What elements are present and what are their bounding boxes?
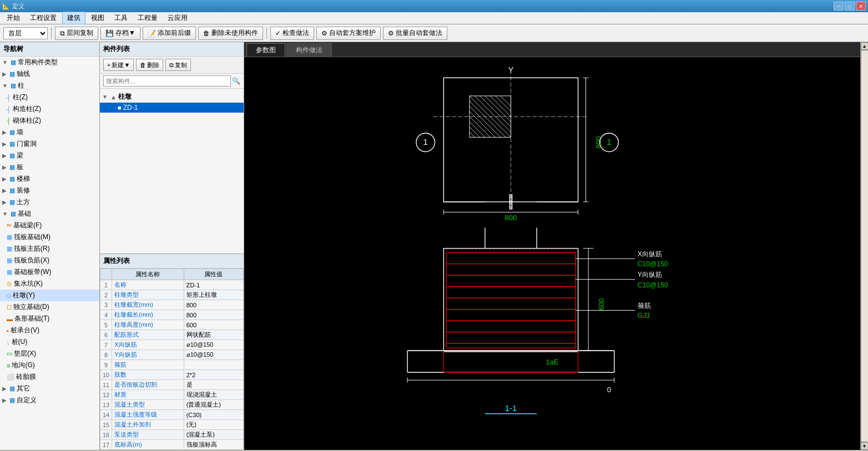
nav-item-column[interactable]: ▼ ▦ 柱 xyxy=(0,80,99,92)
attr-row-value[interactable]: 800 xyxy=(184,300,243,310)
nav-item-beam[interactable]: ▶ ▦ 梁 xyxy=(0,150,99,161)
nav-item-strip-base[interactable]: ▬ 条形基础(T) xyxy=(0,313,99,325)
menu-cloud[interactable]: 云应用 xyxy=(163,12,192,24)
tab-component-method[interactable]: 构件做法 xyxy=(286,43,332,57)
attr-row-value[interactable]: 600 xyxy=(184,320,243,330)
nav-item-decoration[interactable]: ▶ ▦ 装修 xyxy=(0,185,99,196)
nav-item-cushion[interactable]: ▭ 垫层(X) xyxy=(0,348,99,359)
attr-row-value[interactable]: 网状配筋 xyxy=(184,330,243,340)
attr-row-name[interactable]: 泵送类型 xyxy=(112,430,184,440)
nav-item-common[interactable]: ▼ ▦ 常用构件类型 xyxy=(0,57,99,68)
attr-row-value[interactable]: 现浇混凝土 xyxy=(184,390,243,400)
menu-project-settings[interactable]: 工程设置 xyxy=(26,12,61,24)
nav-item-column-z[interactable]: ┤ 柱(Z) xyxy=(0,92,99,103)
attr-row-name[interactable]: 柱墩高度(mm) xyxy=(112,320,184,330)
close-button[interactable]: ✕ xyxy=(856,2,866,11)
floor-select[interactable]: 首层 第2层 第3层 xyxy=(3,27,48,39)
nav-item-column-sd[interactable]: ┤ 砌体柱(Z) xyxy=(0,115,99,126)
attr-row-name[interactable]: 材质 xyxy=(112,390,184,400)
expand-other-icon: ▶ xyxy=(2,386,7,392)
menu-tools[interactable]: 工具 xyxy=(110,12,132,24)
attr-row-value[interactable]: (普通混凝土) xyxy=(184,400,243,410)
delete-component-button[interactable]: 🗑 删除 xyxy=(136,59,163,71)
nav-item-sump[interactable]: ◎ 集水坑(K) xyxy=(0,278,99,290)
menu-start[interactable]: 开始 xyxy=(2,12,24,24)
attr-row-value[interactable]: ⌀10@150 xyxy=(184,340,243,350)
new-component-button[interactable]: + 新建▼ xyxy=(103,59,134,71)
nav-item-slab[interactable]: ▶ ▦ 板 xyxy=(0,161,99,173)
comp-item-ZD1[interactable]: ■ ZD-1 xyxy=(100,103,244,113)
batch-auto-button[interactable]: ⚙ 批量自动套做法 xyxy=(383,27,447,40)
attr-row-value[interactable]: ⌀10@150 xyxy=(184,350,243,360)
nav-item-base-strip[interactable]: ▦ 基础板带(W) xyxy=(0,266,99,278)
auto-scheme-button[interactable]: ⚙ 自动套方案维护 xyxy=(316,27,381,40)
nav-item-stairs[interactable]: ▶ ▦ 楼梯 xyxy=(0,173,99,185)
attr-row-value[interactable]: 是 xyxy=(184,380,243,390)
save-button[interactable]: 💾 存档▼ xyxy=(100,27,140,40)
attr-row-value[interactable]: (无) xyxy=(184,420,243,430)
nav-item-foundation[interactable]: ▼ ▦ 基础 xyxy=(0,208,99,220)
nav-item-wall[interactable]: ▶ ▦ 墙 xyxy=(0,126,99,138)
attr-row-name[interactable]: 混凝土强度等级 xyxy=(112,410,184,420)
nav-item-pile[interactable]: ↓ 桩(U) xyxy=(0,336,99,348)
nav-item-foundation-beam[interactable]: ✏ 基础梁(F) xyxy=(0,220,99,231)
attr-row-value[interactable]: 矩形上柱墩 xyxy=(184,290,243,300)
attr-row-name[interactable]: 混凝土外加剂 xyxy=(112,420,184,430)
nav-label-pile-cap: 柱墩(Y) xyxy=(13,291,35,300)
nav-label-foundation: 基础 xyxy=(18,209,31,219)
attr-row-name[interactable]: 混凝土类型 xyxy=(112,400,184,410)
attr-row-name[interactable]: 底标高(m) xyxy=(112,440,184,450)
scroll-up-button[interactable]: ▲ xyxy=(861,42,869,50)
nav-item-raft-neg[interactable]: ▦ 筏板负筋(X) xyxy=(0,255,99,266)
comp-group-pilecap[interactable]: ▼ ▲ 柱墩 xyxy=(100,91,244,103)
attr-row-value[interactable] xyxy=(184,360,243,370)
nav-item-door[interactable]: ▶ ▦ 门窗洞 xyxy=(0,138,99,150)
attr-row-name[interactable]: 柱墩截宽(mm) xyxy=(112,300,184,310)
attr-row-name[interactable]: Y向纵筋 xyxy=(112,350,184,360)
attr-row-value[interactable]: (C30) xyxy=(184,410,243,420)
search-input[interactable] xyxy=(103,75,231,87)
new-label: 新建▼ xyxy=(112,61,130,69)
add-prefix-button[interactable]: 📝 添加前后缀 xyxy=(143,27,196,40)
attr-row-name[interactable]: 柱墩类型 xyxy=(112,290,184,300)
attr-row-value[interactable]: 800 xyxy=(184,310,243,320)
hatch-8 xyxy=(470,101,506,137)
nav-item-brick-film[interactable]: ⬜ 砖胎膜 xyxy=(0,371,99,383)
attr-row-name[interactable]: 肢数 xyxy=(112,370,184,380)
nav-item-other[interactable]: ▶ ▦ 其它 xyxy=(0,383,99,394)
menu-quantities[interactable]: 工程量 xyxy=(133,12,162,24)
scroll-track[interactable] xyxy=(861,50,869,442)
delete-unused-button[interactable]: 🗑 删除未使用构件 xyxy=(198,27,263,40)
attr-row-name[interactable]: 柱墩截长(mm) xyxy=(112,310,184,320)
nav-item-pile-承台[interactable]: ▪ 桩承台(V) xyxy=(0,325,99,336)
attr-row-name[interactable]: X向纵筋 xyxy=(112,340,184,350)
attr-row-name[interactable]: 是否按板边切割 xyxy=(112,380,184,390)
nav-item-axis[interactable]: ▶ ▦ 轴线 xyxy=(0,68,99,80)
attr-row-name[interactable]: 箍筋 xyxy=(112,360,184,370)
attr-row-name[interactable]: 名称 xyxy=(112,280,184,290)
tab-param-diagram[interactable]: 参数图 xyxy=(246,43,285,57)
attr-row-value[interactable]: 2*2 xyxy=(184,370,243,380)
menu-view[interactable]: 视图 xyxy=(87,12,109,24)
attr-row-name[interactable]: 配筋形式 xyxy=(112,330,184,340)
copy-component-button[interactable]: ⧉ 复制 xyxy=(165,59,191,71)
nav-item-isolated-base[interactable]: ◻ 独立基础(D) xyxy=(0,301,99,313)
scroll-down-button[interactable]: ▼ xyxy=(861,442,869,450)
nav-label-stairs: 楼梯 xyxy=(17,174,30,184)
nav-item-raft-base[interactable]: ▦ 筏板基础(M) xyxy=(0,231,99,243)
nav-item-column-gj[interactable]: ┤ 构造柱(Z) xyxy=(0,103,99,115)
nav-item-earthwork[interactable]: ▶ ▦ 土方 xyxy=(0,196,99,208)
attr-row-value[interactable]: 筏板顶标高 xyxy=(184,440,243,450)
attr-row-value[interactable]: (混凝土泵) xyxy=(184,430,243,440)
maximize-button[interactable]: □ xyxy=(845,2,855,11)
check-method-button[interactable]: ✓ 检查做法 xyxy=(270,27,314,40)
nav-item-custom[interactable]: ▶ ▦ 自定义 xyxy=(0,394,99,406)
nav-item-drain[interactable]: ≡ 地沟(G) xyxy=(0,359,99,371)
minimize-button[interactable]: ─ xyxy=(834,2,844,11)
copy-floor-button[interactable]: ⧉ 层间复制 xyxy=(55,27,98,40)
nav-item-pile-cap[interactable]: ◇ 柱墩(Y) xyxy=(0,290,99,301)
axis-1-right-label: 1 xyxy=(607,138,611,146)
menu-building[interactable]: 建筑 xyxy=(62,12,85,24)
attr-row-value[interactable]: ZD-1 xyxy=(184,280,243,290)
nav-item-raft-rebar[interactable]: ▦ 筏板主筋(R) xyxy=(0,243,99,255)
